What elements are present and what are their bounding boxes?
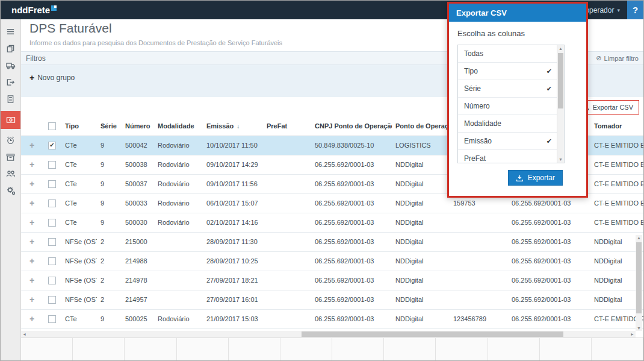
expand-row-button[interactable]: + (29, 314, 34, 324)
table-row[interactable]: + ✔ NFSe (OST) 2 214978 27/09/2017 18:21… (21, 271, 644, 290)
cell-serie: 9 (97, 136, 122, 155)
list-scroll-up-icon[interactable]: ▲ (559, 46, 563, 51)
cell-ponto: NDDigital (392, 251, 450, 271)
header-tomador[interactable]: Tomador (590, 117, 644, 136)
document-icon[interactable] (1, 90, 20, 107)
row-checkbox[interactable]: ✔ (48, 142, 56, 149)
list-scroll-down-icon[interactable]: ▼ (559, 157, 563, 162)
column-option[interactable]: Série ✔ (458, 80, 564, 98)
row-checkbox[interactable]: ✔ (48, 161, 56, 169)
scroll-down-icon[interactable]: ▼ (637, 326, 641, 330)
cell-serie: 2 (97, 251, 122, 271)
row-checkbox[interactable]: ✔ (48, 219, 56, 227)
sort-desc-icon: ↓ (237, 123, 240, 130)
row-checkbox[interactable]: ✔ (48, 257, 56, 265)
expand-row-button[interactable]: + (29, 160, 34, 169)
users-icon[interactable] (1, 165, 20, 182)
check-icon: ✔ (546, 133, 552, 150)
row-checkbox[interactable]: ✔ (48, 180, 56, 188)
cell-tipo: NFSe (OST) (61, 251, 97, 271)
truck-icon[interactable] (1, 57, 20, 74)
row-checkbox[interactable]: ✔ (48, 238, 56, 246)
export-icon[interactable] (1, 74, 20, 90)
column-option[interactable]: Tipo ✔ (458, 63, 564, 80)
column-option[interactable]: Todas ✔ (458, 45, 564, 63)
expand-row-button[interactable]: + (29, 140, 34, 150)
header-cnpj-ponto[interactable]: CNPJ Ponto de Operação (311, 117, 392, 136)
row-checkbox[interactable]: ✔ (48, 296, 56, 304)
header-serie[interactable]: Série (97, 117, 122, 136)
alarm-icon[interactable] (1, 131, 20, 148)
user-name: operador (585, 6, 614, 14)
table-row[interactable]: + ✔ CTe 9 500030 Rodoviário 02/10/2017 1… (21, 213, 644, 232)
row-checkbox[interactable]: ✔ (48, 277, 56, 284)
vertical-scrollbar[interactable]: ▲ ▼ (636, 235, 642, 331)
cell-emissao: 09/10/2017 11:56 (203, 174, 263, 193)
scroll-left-icon[interactable]: ◄ (22, 332, 26, 336)
new-group-button[interactable]: + Novo grupo (29, 73, 75, 83)
header-prefat[interactable]: PreFat (263, 117, 311, 136)
cell-numero2: 123456789 (450, 309, 508, 328)
expand-row-button[interactable]: + (29, 198, 34, 208)
column-option-label: Todas (464, 49, 483, 58)
header-tipo[interactable]: Tipo (61, 117, 97, 136)
clear-filter-button[interactable]: ⊘ Limpar filtro (596, 54, 639, 62)
footer-cell (540, 338, 592, 360)
export-csv-label: Exportar CSV (593, 104, 633, 111)
cell-prefat (263, 309, 311, 328)
expand-row-button[interactable]: + (29, 275, 34, 285)
horizontal-scrollbar-thumb[interactable] (302, 331, 563, 337)
cell-ponto: NDDigital (392, 193, 450, 213)
scroll-right-icon[interactable]: ► (630, 332, 634, 336)
table-row[interactable]: + ✔ NFSe (OST) 2 215000 28/09/2017 11:30… (21, 232, 644, 251)
column-option[interactable]: Emissão ✔ (458, 133, 564, 150)
list-scrollbar[interactable]: ▲ ▼ (557, 45, 564, 163)
billing-icon[interactable] (1, 111, 20, 129)
column-option[interactable]: Número ✔ (458, 98, 564, 115)
cell-emissao: 09/10/2017 14:29 (203, 155, 263, 174)
copy-icon[interactable] (1, 40, 20, 57)
settings-icon[interactable] (1, 182, 20, 199)
cell-tipo: CTe (61, 309, 97, 328)
column-option[interactable]: Modalidade ✔ (458, 115, 564, 133)
footer-cell (280, 338, 332, 360)
modal-title: Exportar CSV (449, 4, 586, 22)
expand-row-button[interactable]: + (29, 237, 34, 246)
brand-cube-icon (51, 5, 57, 11)
table-row[interactable]: + ✔ NFSe (OST) 2 214957 27/09/2017 16:01… (21, 290, 644, 309)
export-button[interactable]: Exportar (508, 170, 563, 186)
select-all-checkbox[interactable] (48, 122, 56, 130)
row-checkbox[interactable]: ✔ (48, 315, 56, 323)
cell-cnpj-ponto: 06.255.692/0001-03 (311, 174, 392, 193)
column-option-label: Série (464, 84, 481, 93)
header-numero[interactable]: Número (122, 117, 154, 136)
header-select-all[interactable] (43, 117, 61, 136)
column-option[interactable]: PreFat ✔ (458, 150, 564, 163)
footer-cell (436, 338, 488, 360)
cell-ponto: NDDigital (392, 290, 450, 309)
expand-row-button[interactable]: + (29, 179, 34, 189)
menu-icon[interactable] (1, 23, 20, 40)
page-title: DPS Faturável (29, 21, 112, 36)
header-emissao[interactable]: Emissão ↓ (203, 117, 263, 136)
header-ponto[interactable]: Ponto de Operação (392, 117, 450, 136)
expand-row-button[interactable]: + (29, 256, 34, 266)
cell-cnpj-tomador: 06.255.692/0001-03 (508, 213, 590, 232)
expand-row-button[interactable]: + (29, 295, 34, 304)
horizontal-scrollbar[interactable]: ◄ ► (21, 331, 636, 337)
list-scrollbar-thumb[interactable] (558, 53, 563, 108)
footer-cell (592, 338, 643, 360)
row-checkbox[interactable]: ✔ (48, 199, 56, 207)
page-subtitle: Informe os dados para pesquisa dos Docum… (29, 39, 282, 46)
table-row[interactable]: + ✔ NFSe (OST) 2 214988 28/09/2017 10:25… (21, 251, 644, 271)
archive-icon[interactable] (1, 148, 20, 165)
header-modalidade[interactable]: Modalidade (154, 117, 203, 136)
expand-row-button[interactable]: + (29, 218, 34, 227)
table-row[interactable]: + ✔ CTe 9 500025 Rodoviário 21/09/2017 1… (21, 309, 644, 328)
cell-numero2 (450, 290, 508, 309)
help-button[interactable]: ? (627, 1, 643, 19)
cell-prefat (263, 193, 311, 213)
sidebar (1, 19, 21, 360)
scroll-up-icon[interactable]: ▲ (637, 236, 641, 240)
vertical-scrollbar-thumb[interactable] (636, 242, 642, 313)
